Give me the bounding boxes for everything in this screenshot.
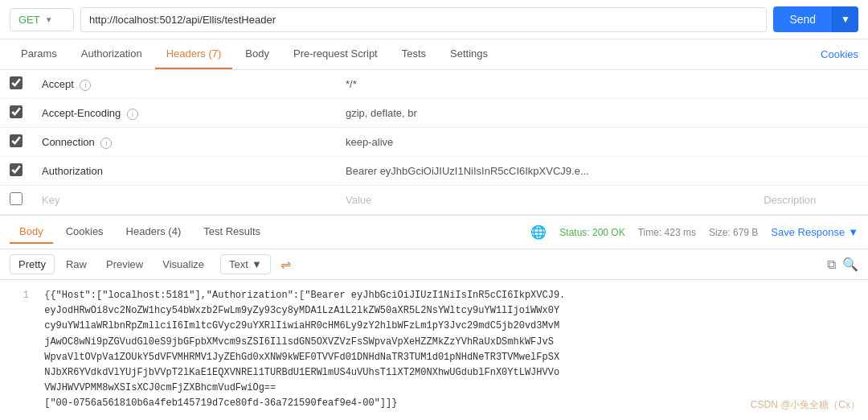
response-line-3: cy9uYW1laWRlbnRpZmllciI6ImltcGVyc29uYXRl… bbox=[10, 319, 858, 334]
body-tab-test-results[interactable]: Test Results bbox=[194, 220, 270, 244]
text-format-chevron-icon: ▼ bbox=[252, 258, 262, 270]
info-icon-connection[interactable]: i bbox=[100, 138, 112, 149]
method-select[interactable]: GET ▼ bbox=[10, 8, 74, 31]
tab-params[interactable]: Params bbox=[10, 39, 68, 69]
format-raw-button[interactable]: Raw bbox=[58, 255, 95, 274]
filter-icon[interactable]: ⇌ bbox=[280, 257, 291, 272]
line-number-1: 1 bbox=[10, 288, 29, 303]
key-placeholder[interactable]: Key bbox=[32, 186, 336, 215]
header-row-new: Key Value Description bbox=[0, 186, 868, 215]
body-tab-cookies[interactable]: Cookies bbox=[56, 220, 113, 244]
header-key-connection: Connection bbox=[42, 136, 95, 148]
header-key-authorization: Authorization bbox=[42, 165, 103, 177]
send-arrow-button[interactable]: ▼ bbox=[832, 6, 858, 32]
header-checkbox-accept-encoding[interactable] bbox=[10, 105, 23, 118]
search-icon[interactable]: 🔍 bbox=[842, 257, 858, 272]
header-checkbox-connection[interactable] bbox=[10, 134, 23, 147]
format-pretty-button[interactable]: Pretty bbox=[10, 254, 55, 274]
text-format-dropdown[interactable]: Text ▼ bbox=[220, 254, 271, 274]
header-checkbox-accept[interactable] bbox=[10, 76, 23, 89]
url-bar: GET ▼ Send ▼ bbox=[0, 0, 868, 39]
response-line-2: eyJodHRwOi8vc2NoZW1hcy54bWxzb2FwLm9yZy93… bbox=[10, 303, 858, 319]
body-tab-headers[interactable]: Headers (4) bbox=[117, 220, 191, 244]
body-section: Body Cookies Headers (4) Test Results 🌐 … bbox=[0, 215, 868, 420]
send-btn-group: Send ▼ bbox=[773, 6, 858, 32]
headers-table: Accept i */* Accept-Encoding i gzip, def… bbox=[0, 70, 868, 215]
response-line-8: ["00-0756a561810b6a4feb145719d7ce80fd-36… bbox=[10, 396, 858, 411]
format-right-icons: ⧉ 🔍 bbox=[827, 257, 858, 272]
copy-icon[interactable]: ⧉ bbox=[827, 257, 836, 272]
format-preview-button[interactable]: Preview bbox=[98, 255, 151, 274]
header-value-accept: */* bbox=[336, 70, 754, 99]
header-row-accept: Accept i */* bbox=[0, 70, 868, 99]
body-tab-body[interactable]: Body bbox=[10, 220, 53, 244]
value-placeholder[interactable]: Value bbox=[336, 186, 754, 215]
request-tabs: Params Authorization Headers (7) Body Pr… bbox=[0, 39, 868, 70]
response-line-6: NJbXR6YVdkdVlYUjFjbVVpT2lKaE1EQXVNREl1TU… bbox=[10, 365, 858, 381]
status-size: Size: 679 B bbox=[709, 227, 758, 238]
header-value-accept-encoding: gzip, deflate, br bbox=[336, 99, 754, 128]
header-row-accept-encoding: Accept-Encoding i gzip, deflate, br bbox=[0, 99, 868, 128]
info-icon-accept-encoding[interactable]: i bbox=[127, 109, 138, 120]
tab-body[interactable]: Body bbox=[234, 39, 280, 69]
response-line-1: 1 {{"Host":["localhost:5181"],"Authoriza… bbox=[10, 288, 858, 303]
method-label: GET bbox=[18, 14, 40, 26]
globe-icon: 🌐 bbox=[530, 224, 547, 240]
header-row-connection: Connection i keep-alive bbox=[0, 128, 868, 157]
header-row-authorization: Authorization Bearer eyJhbGciOiJIUzI1NiI… bbox=[0, 157, 868, 186]
tab-tests[interactable]: Tests bbox=[391, 39, 437, 69]
format-visualize-button[interactable]: Visualize bbox=[154, 255, 212, 274]
header-checkbox-new[interactable] bbox=[10, 192, 23, 205]
response-line-5: WpvaVltOVpVa1ZOUkY5dVFVMHRMV1JyZEhGd0xXN… bbox=[10, 350, 858, 365]
response-line-7: VWJHWVVPMM8wXSIsXCJ0cmFjZXBhcmVudFwiOg== bbox=[10, 381, 858, 396]
tab-headers[interactable]: Headers (7) bbox=[155, 39, 233, 69]
tab-authorization[interactable]: Authorization bbox=[70, 39, 154, 69]
header-key-accept: Accept bbox=[42, 78, 74, 90]
save-response-button[interactable]: Save Response ▼ bbox=[771, 226, 858, 238]
method-chevron-icon: ▼ bbox=[45, 15, 53, 24]
tab-pre-request-script[interactable]: Pre-request Script bbox=[282, 39, 389, 69]
tab-cookies[interactable]: Cookies bbox=[821, 40, 858, 68]
send-button[interactable]: Send bbox=[773, 6, 832, 32]
status-time: Time: 423 ms bbox=[638, 227, 696, 238]
header-value-authorization: Bearer eyJhbGciOiJIUzI1NiIsInR5cCI6IkpXV… bbox=[336, 157, 754, 186]
desc-placeholder: Description bbox=[754, 186, 868, 215]
status-ok: Status: 200 OK bbox=[559, 227, 624, 238]
url-input[interactable] bbox=[80, 7, 767, 32]
info-icon-accept[interactable]: i bbox=[80, 80, 91, 91]
body-tab-row: Body Cookies Headers (4) Test Results 🌐 … bbox=[0, 216, 868, 249]
format-toolbar: Pretty Raw Preview Visualize Text ▼ ⇌ ⧉ … bbox=[0, 249, 868, 280]
body-status: 🌐 Status: 200 OK Time: 423 ms Size: 679 … bbox=[530, 224, 858, 240]
tab-settings[interactable]: Settings bbox=[439, 39, 499, 69]
response-body: 1 {{"Host":["localhost:5181"],"Authoriza… bbox=[0, 280, 868, 420]
header-checkbox-authorization[interactable] bbox=[10, 163, 23, 176]
save-response-chevron-icon: ▼ bbox=[848, 226, 858, 238]
response-line-4: jAwOC8wNi9pZGVudGl0eS9jbGFpbXMvcm9sZSI6I… bbox=[10, 335, 858, 350]
header-key-accept-encoding: Accept-Encoding bbox=[42, 107, 121, 119]
header-value-connection: keep-alive bbox=[336, 128, 754, 157]
